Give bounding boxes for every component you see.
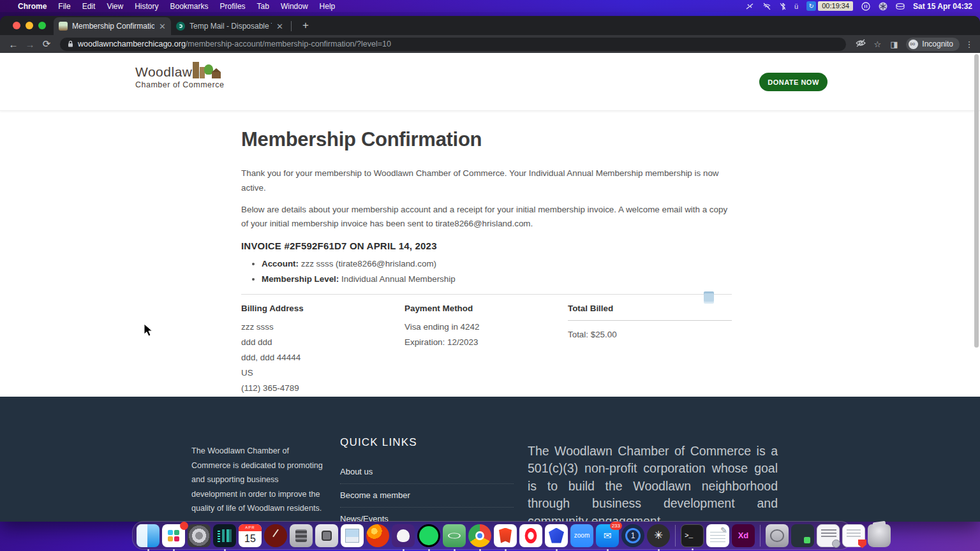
logo-subtitle: Chamber of Commerce — [135, 80, 224, 89]
menu-view[interactable]: View — [107, 2, 123, 11]
billing-address-heading: Billing Address — [241, 304, 405, 313]
browser-menu-icon[interactable]: ⋮ — [963, 40, 975, 49]
1password-icon[interactable] — [621, 524, 644, 547]
payment-line: Expiration: 12/2023 — [405, 337, 568, 347]
thank-you-paragraph: Thank you for your membership to Woodlaw… — [241, 166, 732, 196]
payment-method-column: Payment Method Visa ending in 4242 Expir… — [405, 304, 568, 399]
footer-link-about-us[interactable]: About us — [340, 460, 514, 484]
tab-close-icon[interactable]: ✕ — [159, 22, 166, 31]
bluetooth-off-icon[interactable] — [780, 3, 786, 10]
tab-temp-mail[interactable]: Temp Mail - Disposable Tempo ✕ — [171, 17, 288, 35]
installer-app-icon[interactable] — [791, 524, 814, 547]
mail-icon[interactable]: ✉233 — [596, 524, 619, 547]
mouse-cursor — [144, 323, 154, 337]
tab-close-icon[interactable]: ✕ — [276, 22, 283, 31]
calendar-icon[interactable]: APR15 — [239, 524, 262, 547]
incognito-badge: Incognito — [906, 38, 960, 51]
timer-value: 00:19:34 — [818, 1, 853, 11]
total-billed-heading: Total Billed — [568, 304, 732, 321]
menubar-app-name[interactable]: Chrome — [18, 2, 47, 11]
gauge-app-icon[interactable] — [264, 524, 287, 547]
close-window-button[interactable] — [13, 22, 20, 29]
calculator-icon[interactable] — [290, 524, 313, 547]
billing-line: ddd, ddd 44444 — [241, 353, 405, 362]
web-page: Woodlawn Chamber of Commerce DONATE NOW … — [0, 53, 980, 522]
chatgpt-app-icon[interactable]: ✳ — [647, 524, 670, 547]
billing-line: zzz ssss — [241, 322, 405, 332]
menu-bookmarks[interactable]: Bookmarks — [170, 2, 209, 11]
window-controls — [0, 16, 54, 35]
donate-now-button[interactable]: DONATE NOW — [759, 73, 828, 91]
site-footer: The Woodlawn Chamber of Commerce is dedi… — [0, 397, 980, 522]
terminal-icon[interactable]: >_ — [681, 524, 704, 547]
tempmail-favicon-icon — [176, 22, 185, 31]
finder-icon[interactable] — [137, 524, 160, 547]
stack-icon[interactable] — [896, 3, 905, 10]
timer-widget[interactable]: ↻ 00:19:34 — [806, 1, 853, 11]
footer-link-become-member[interactable]: Become a member — [340, 484, 514, 508]
chrome-icon[interactable] — [468, 524, 491, 547]
tab-strip: Membership Confirmation - W ✕ Temp Mail … — [0, 16, 980, 35]
screen-mirroring-icon[interactable] — [745, 3, 754, 10]
menu-profiles[interactable]: Profiles — [220, 2, 246, 11]
textedit-icon[interactable]: ✎ — [706, 524, 729, 547]
hard-drive-icon[interactable] — [766, 524, 789, 547]
blue-geometry-app-icon[interactable] — [545, 524, 568, 547]
atom-icon[interactable] — [443, 524, 466, 547]
level-value: Individual Annual Membership — [339, 274, 455, 284]
page-scrollbar[interactable] — [974, 54, 979, 348]
document-shield-icon[interactable] — [842, 524, 865, 547]
dock-separator — [760, 525, 761, 547]
footer-quick-links: QUICK LINKS About us Become a member New… — [340, 436, 514, 522]
firefox-icon[interactable] — [366, 524, 389, 547]
side-panel-icon[interactable]: ◨ — [886, 40, 902, 49]
timer-icon: ↻ — [806, 1, 816, 11]
back-button[interactable]: ← — [5, 39, 22, 50]
keyboard-input-icon[interactable]: ü — [794, 3, 798, 10]
trash-icon[interactable] — [868, 524, 891, 547]
browser-toolbar: ← → ⟳ woodlawnchamberchicago.org /member… — [0, 35, 980, 53]
record-indicator-icon[interactable] — [861, 2, 870, 11]
menu-help[interactable]: Help — [320, 2, 336, 11]
github-desktop-icon[interactable] — [392, 524, 415, 547]
menu-window[interactable]: Window — [281, 2, 308, 11]
zoom-icon[interactable]: zoom — [570, 524, 593, 547]
menu-tab[interactable]: Tab — [257, 2, 269, 11]
preview-off-icon[interactable] — [852, 39, 869, 49]
new-tab-button[interactable]: + — [298, 19, 313, 32]
footer-about-text: The Woodlawn Chamber of Commerce is dedi… — [191, 444, 327, 516]
address-bar[interactable]: woodlawnchamberchicago.org /membership-a… — [60, 38, 846, 51]
zoom-window-button[interactable] — [38, 22, 46, 29]
system-settings-icon[interactable] — [188, 524, 211, 547]
chatgpt-icon[interactable] — [879, 2, 887, 11]
audio-levels-app-icon[interactable] — [213, 524, 236, 547]
incognito-label: Incognito — [922, 40, 953, 48]
spotify-icon[interactable] — [417, 524, 440, 547]
brave-icon[interactable] — [494, 524, 517, 547]
lock-icon[interactable] — [68, 40, 73, 48]
total-value: Total: $25.00 — [568, 330, 732, 339]
menu-history[interactable]: History — [135, 2, 158, 11]
tab-membership-confirmation[interactable]: Membership Confirmation - W ✕ — [54, 17, 171, 35]
screenshot-app-icon[interactable] — [315, 524, 338, 547]
minimize-window-button[interactable] — [26, 22, 33, 29]
site-logo[interactable]: Woodlawn Chamber of Commerce — [135, 64, 224, 89]
level-label: Membership Level: — [262, 274, 339, 284]
menubar-clock[interactable]: Sat 15 Apr 04:32 — [913, 2, 972, 11]
menu-edit[interactable]: Edit — [82, 2, 96, 11]
preview-app-icon[interactable] — [341, 524, 364, 547]
printer-icon[interactable] — [704, 293, 714, 302]
opera-icon[interactable] — [519, 524, 542, 547]
footer-link-news-events[interactable]: News/Events — [340, 508, 514, 522]
wifi-off-icon[interactable] — [762, 3, 771, 10]
menu-file[interactable]: File — [58, 2, 70, 11]
forward-button[interactable]: → — [22, 39, 38, 50]
bookmark-star-icon[interactable]: ☆ — [869, 40, 886, 49]
logo-buildings-icon — [191, 59, 221, 78]
documents-stack-icon[interactable] — [817, 524, 840, 547]
adobe-xd-icon[interactable]: Xd — [732, 524, 755, 547]
billing-line: US — [241, 368, 405, 378]
slack-icon[interactable] — [162, 524, 185, 547]
reload-button[interactable]: ⟳ — [38, 38, 55, 50]
url-path: /membership-account/membership-confirmat… — [186, 40, 391, 48]
